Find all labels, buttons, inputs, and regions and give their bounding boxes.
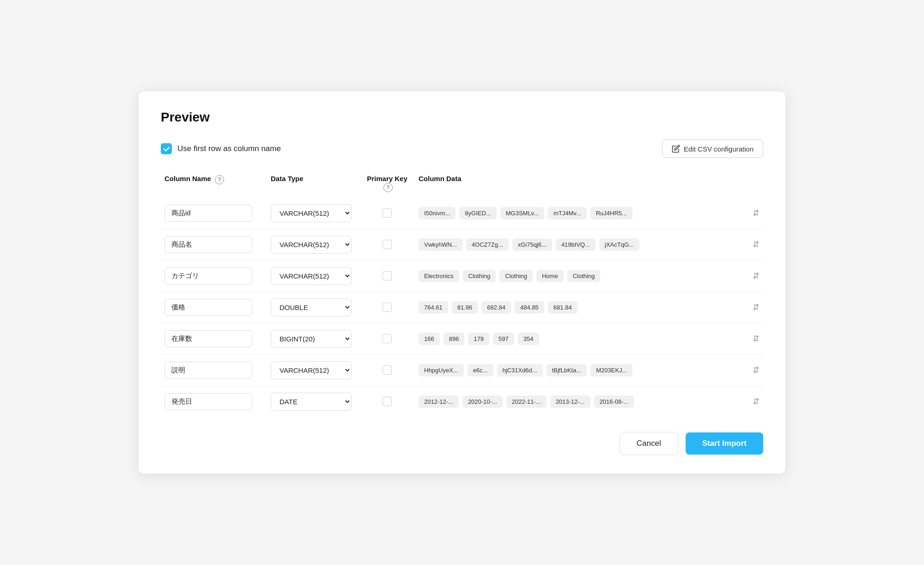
data-chip: 179 bbox=[468, 333, 489, 345]
column-data-cell: VwkyhWN...4OCZ7Zg...xGi75qj6...419bIVQ..… bbox=[415, 238, 763, 251]
column-name-input[interactable] bbox=[164, 362, 252, 379]
column-name-cell bbox=[161, 362, 267, 379]
preview-modal: Preview Use first row as column name Edi… bbox=[139, 91, 785, 473]
data-type-cell: VARCHAR(512)BIGINT(20)DOUBLEDATEINTTEXTB… bbox=[267, 393, 359, 411]
primary-key-cell bbox=[359, 303, 415, 312]
data-chip: 896 bbox=[444, 333, 465, 345]
column-name-cell bbox=[161, 205, 267, 222]
column-name-input[interactable] bbox=[164, 393, 252, 410]
data-chip: MG3SMLv... bbox=[500, 207, 544, 219]
data-type-cell: VARCHAR(512)BIGINT(20)DOUBLEDATEINTTEXTB… bbox=[267, 298, 359, 316]
edit-csv-button[interactable]: Edit CSV configuration bbox=[662, 140, 763, 158]
column-name-cell bbox=[161, 267, 267, 285]
data-chip: Clothing bbox=[567, 270, 601, 282]
table-row: VARCHAR(512)BIGINT(20)DOUBLEDATEINTTEXTB… bbox=[161, 386, 763, 417]
data-chip: Clothing bbox=[499, 270, 533, 282]
data-chip: 2012-12-... bbox=[419, 395, 459, 408]
data-chip: Home bbox=[536, 270, 564, 282]
primary-key-cell bbox=[359, 397, 415, 406]
column-name-input[interactable] bbox=[164, 330, 252, 347]
primary-key-checkbox[interactable] bbox=[383, 208, 392, 218]
first-row-checkbox[interactable] bbox=[161, 143, 172, 154]
column-name-input[interactable] bbox=[164, 267, 252, 285]
data-type-select[interactable]: VARCHAR(512)BIGINT(20)DOUBLEDATEINTTEXTB… bbox=[271, 267, 352, 285]
data-chip: e6c... bbox=[468, 364, 493, 377]
modal-title: Preview bbox=[161, 110, 763, 125]
table-row: VARCHAR(512)BIGINT(20)DOUBLEDATEINTTEXTB… bbox=[161, 229, 763, 261]
primary-key-cell bbox=[359, 208, 415, 218]
table-row: VARCHAR(512)BIGINT(20)DOUBLEDATEINTTEXTB… bbox=[161, 198, 763, 229]
data-type-select[interactable]: VARCHAR(512)BIGINT(20)DOUBLEDATEINTTEXTB… bbox=[271, 393, 352, 411]
data-type-select[interactable]: VARCHAR(512)BIGINT(20)DOUBLEDATEINTTEXTB… bbox=[271, 236, 352, 254]
cancel-button[interactable]: Cancel bbox=[620, 432, 678, 455]
column-data-cell: ElectronicsClothingClothingHomeClothing⇵ bbox=[415, 270, 763, 282]
data-chip: jXAcTqG... bbox=[599, 238, 639, 251]
data-chip: Clothing bbox=[463, 270, 496, 282]
column-name-help-icon[interactable]: ? bbox=[215, 175, 224, 184]
primary-key-checkbox[interactable] bbox=[383, 271, 392, 280]
table-row: VARCHAR(512)BIGINT(20)DOUBLEDATEINTTEXTB… bbox=[161, 292, 763, 323]
col-name-header: Column Name ? bbox=[161, 175, 267, 192]
primary-key-cell bbox=[359, 271, 415, 280]
start-import-button[interactable]: Start Import bbox=[686, 432, 763, 455]
data-chip: I50nivm... bbox=[419, 207, 456, 219]
data-type-select[interactable]: VARCHAR(512)BIGINT(20)DOUBLEDATEINTTEXTB… bbox=[271, 330, 352, 348]
column-name-input[interactable] bbox=[164, 236, 252, 253]
data-type-select[interactable]: VARCHAR(512)BIGINT(20)DOUBLEDATEINTTEXTB… bbox=[271, 204, 352, 222]
data-chip: 764.61 bbox=[419, 301, 448, 314]
primary-key-checkbox[interactable] bbox=[383, 334, 392, 343]
edit-icon bbox=[672, 145, 680, 153]
sort-icon[interactable]: ⇵ bbox=[753, 396, 760, 407]
column-data-cell: 764.6181.96682.84484.85681.84⇵ bbox=[415, 301, 763, 314]
top-bar: Use first row as column name Edit CSV co… bbox=[161, 140, 763, 158]
column-data-cell: 2012-12-...2020-10-...2022-11-...2013-12… bbox=[415, 395, 763, 408]
primary-key-cell bbox=[359, 240, 415, 249]
column-name-cell bbox=[161, 299, 267, 316]
data-chip: 682.84 bbox=[481, 301, 511, 314]
data-chip: 354 bbox=[518, 333, 539, 345]
column-name-cell bbox=[161, 330, 267, 347]
data-chip: 597 bbox=[493, 333, 514, 345]
primary-key-checkbox[interactable] bbox=[383, 303, 392, 312]
data-type-select[interactable]: VARCHAR(512)BIGINT(20)DOUBLEDATEINTTEXTB… bbox=[271, 361, 352, 379]
data-type-header: Data Type bbox=[267, 175, 359, 192]
column-data-cell: HhpgUyeX...e6c...hjC31Xd6d...tBjfLbKta..… bbox=[415, 364, 763, 377]
data-type-select[interactable]: VARCHAR(512)BIGINT(20)DOUBLEDATEINTTEXTB… bbox=[271, 298, 352, 316]
sort-icon[interactable]: ⇵ bbox=[753, 365, 760, 375]
sort-icon[interactable]: ⇵ bbox=[753, 302, 760, 312]
column-name-input[interactable] bbox=[164, 205, 252, 222]
data-chip: 2016-08-... bbox=[594, 395, 634, 408]
data-type-cell: VARCHAR(512)BIGINT(20)DOUBLEDATEINTTEXTB… bbox=[267, 361, 359, 379]
column-data-header: Column Data bbox=[415, 175, 763, 192]
primary-key-checkbox[interactable] bbox=[383, 240, 392, 249]
sort-icon[interactable]: ⇵ bbox=[753, 239, 760, 249]
data-chip: 681.84 bbox=[548, 301, 578, 314]
data-chip: 2022-11-... bbox=[506, 395, 547, 408]
data-type-cell: VARCHAR(512)BIGINT(20)DOUBLEDATEINTTEXTB… bbox=[267, 330, 359, 348]
sort-icon[interactable]: ⇵ bbox=[753, 208, 760, 218]
table-header: Column Name ? Data Type Primary Key ? Co… bbox=[161, 175, 763, 197]
column-name-cell bbox=[161, 236, 267, 253]
column-data-cell: I50nivm...8yGIED...MG3SMLv...mTJ4Mv...Ru… bbox=[415, 207, 763, 219]
data-chip: 419bIVQ... bbox=[556, 238, 596, 251]
first-row-checkbox-label[interactable]: Use first row as column name bbox=[161, 143, 281, 154]
data-chip: 8yGIED... bbox=[459, 207, 496, 219]
data-chip: xGi75qj6... bbox=[512, 238, 552, 251]
data-type-cell: VARCHAR(512)BIGINT(20)DOUBLEDATEINTTEXTB… bbox=[267, 204, 359, 222]
sort-icon[interactable]: ⇵ bbox=[753, 271, 760, 281]
column-name-input[interactable] bbox=[164, 299, 252, 316]
sort-icon[interactable]: ⇵ bbox=[753, 334, 760, 344]
column-data-cell: 166896179597354⇵ bbox=[415, 333, 763, 345]
primary-key-checkbox[interactable] bbox=[383, 365, 392, 375]
primary-key-checkbox[interactable] bbox=[383, 397, 392, 406]
footer: Cancel Start Import bbox=[161, 432, 763, 455]
data-chip: 2020-10-... bbox=[462, 395, 503, 408]
table-row: VARCHAR(512)BIGINT(20)DOUBLEDATEINTTEXTB… bbox=[161, 355, 763, 386]
data-type-cell: VARCHAR(512)BIGINT(20)DOUBLEDATEINTTEXTB… bbox=[267, 236, 359, 254]
primary-key-help-icon[interactable]: ? bbox=[383, 183, 393, 192]
data-chip: HhpgUyeX... bbox=[419, 364, 464, 377]
data-chip: 2013-12-... bbox=[550, 395, 590, 408]
data-chip: RuJ4HR5... bbox=[590, 207, 632, 219]
data-chip: VwkyhWN... bbox=[419, 238, 462, 251]
data-chip: 484.85 bbox=[515, 301, 544, 314]
